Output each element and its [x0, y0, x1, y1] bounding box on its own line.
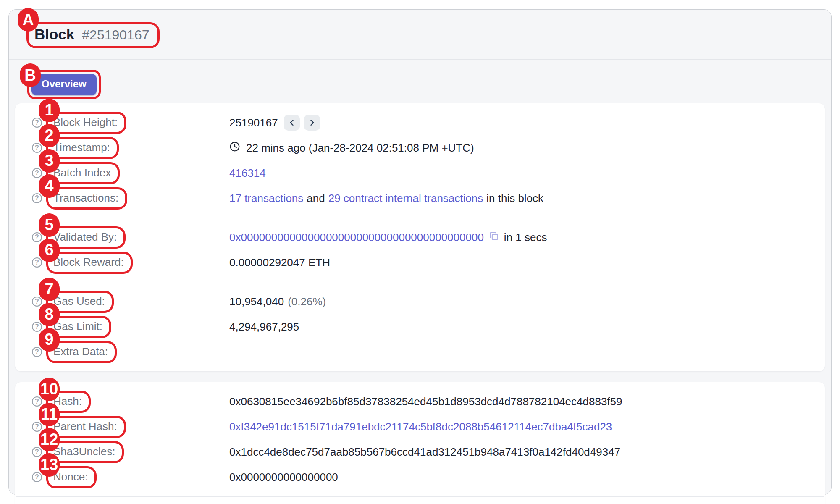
row-label: Block Height: — [53, 116, 118, 129]
help-icon[interactable]: ? — [32, 322, 42, 332]
row-label: Batch Index — [53, 166, 111, 179]
annotation-badge-3: 3 — [39, 149, 60, 173]
row-batch-index: ? 3 Batch Index 416314 — [15, 160, 825, 186]
row-label: Parent Hash: — [53, 420, 117, 433]
help-icon[interactable]: ? — [32, 118, 42, 128]
help-icon[interactable]: ? — [32, 232, 42, 242]
block-height-value: 25190167 — [229, 116, 278, 129]
transactions-link[interactable]: 17 transactions — [229, 192, 303, 205]
row-label: Transactions: — [53, 192, 118, 205]
row-nonce: ? 13 Nonce: 0x0000000000000000 — [15, 465, 825, 490]
tab-overview[interactable]: Overview — [32, 74, 97, 95]
help-icon[interactable]: ? — [32, 193, 42, 203]
row-extra-data: ? 9 Extra Data: — [15, 339, 825, 365]
group-validator: ? 5 Validated By: 0x00000000000000000000… — [15, 218, 825, 282]
annotation-badge-8: 8 — [39, 303, 60, 326]
annotation-badge-4: 4 — [39, 174, 60, 198]
block-hashes-card: ? 10 Hash: 0x0630815ee34692b6bf85d378382… — [15, 382, 825, 504]
row-label: Nonce: — [53, 470, 88, 483]
row-label: Validated By: — [53, 231, 117, 244]
group-overview: ? 1 Block Height: 25190167 — [15, 103, 825, 218]
help-icon[interactable]: ? — [32, 143, 42, 153]
sha3uncles-value: 0x1dcc4de8dec75d7aab85b567b6ccd41ad31245… — [229, 446, 620, 459]
next-block-button[interactable] — [304, 115, 320, 131]
annotation-rect-6: 6 Block Reward: — [46, 252, 133, 274]
annotation-badge-10: 10 — [39, 378, 60, 401]
parent-hash-link[interactable]: 0xf342e91dc1515f71da791ebdc21174c5bf8dc2… — [229, 420, 612, 433]
gas-used-percent: (0.26%) — [288, 295, 326, 308]
block-summary-card: ? 1 Block Height: 25190167 — [15, 103, 825, 371]
annotation-badge-a: A — [18, 8, 39, 32]
help-icon[interactable]: ? — [32, 297, 42, 307]
group-hashes: ? 10 Hash: 0x0630815ee34692b6bf85d378382… — [15, 382, 825, 496]
row-validated-by: ? 5 Validated By: 0x00000000000000000000… — [15, 225, 825, 250]
annotation-badge-13: 13 — [39, 453, 60, 477]
row-timestamp: ? 2 Timestamp: 22 mins ago (Jan-28-2024 … — [15, 135, 825, 160]
chevron-right-icon — [308, 118, 316, 127]
panel-header: A Block #25190167 — [9, 10, 831, 60]
timestamp-value: 22 mins ago (Jan-28-2024 02:51:08 PM +UT… — [246, 142, 474, 155]
annotation-badge-5: 5 — [39, 213, 60, 237]
help-icon[interactable]: ? — [32, 168, 42, 178]
help-icon[interactable]: ? — [32, 257, 42, 268]
row-label: Block Reward: — [53, 256, 124, 269]
row-label: Timestamp: — [53, 141, 110, 154]
title-wrap: Block #25190167 — [34, 26, 149, 43]
group-more-details: More Details: — Click to show less — [15, 497, 825, 504]
annotation-rect-13: 13 Nonce: — [46, 466, 97, 488]
row-gas-limit: ? 8 Gas Limit: 4,294,967,295 — [15, 314, 825, 339]
tab-bar: B Overview — [9, 60, 831, 103]
gas-used-value: 10,954,040 — [229, 295, 284, 308]
annotation-badge-1: 1 — [39, 99, 60, 122]
row-block-height: ? 1 Block Height: 25190167 — [15, 110, 825, 135]
block-reward-value: 0.00000292047 ETH — [229, 256, 330, 269]
help-icon[interactable]: ? — [32, 347, 42, 357]
row-gas-used: ? 7 Gas Used: 10,954,040 (0.26%) — [15, 289, 825, 314]
row-label: Sha3Uncles: — [53, 445, 115, 458]
row-sha3uncles: ? 12 Sha3Uncles: 0x1dcc4de8dec75d7aab85b… — [15, 439, 825, 465]
copy-icon[interactable] — [488, 230, 500, 245]
prev-block-button[interactable] — [284, 115, 300, 131]
transactions-suffix: in this block — [486, 192, 543, 205]
row-hash: ? 10 Hash: 0x0630815ee34692b6bf85d378382… — [15, 389, 825, 414]
row-block-reward: ? 6 Block Reward: 0.00000292047 ETH — [15, 250, 825, 275]
group-gas: ? 7 Gas Used: 10,954,040 (0.26%) ? 8 G — [15, 282, 825, 371]
annotation-rect-a: A Block #25190167 — [26, 22, 160, 48]
batch-index-link[interactable]: 416314 — [229, 167, 266, 180]
annotation-badge-7: 7 — [39, 278, 60, 301]
annotation-badge-9: 9 — [39, 328, 60, 352]
validated-in-time: in 1 secs — [504, 231, 547, 244]
row-parent-hash: ? 11 Parent Hash: 0xf342e91dc1515f71da79… — [15, 414, 825, 439]
annotation-rect-b: B Overview — [27, 70, 101, 99]
clock-icon — [229, 141, 240, 155]
row-transactions: ? 4 Transactions: 17 transactions and 29… — [15, 186, 825, 211]
nonce-value: 0x0000000000000000 — [229, 471, 338, 484]
annotation-badge-6: 6 — [39, 239, 60, 262]
validator-address-link[interactable]: 0x00000000000000000000000000000000000000… — [229, 231, 484, 244]
block-number: #25190167 — [82, 27, 149, 43]
annotation-badge-b: B — [20, 63, 41, 87]
row-label: Gas Used: — [53, 295, 105, 308]
row-label: Gas Limit: — [53, 320, 102, 333]
row-label: Extra Data: — [53, 345, 108, 358]
annotation-rect-4: 4 Transactions: — [46, 187, 127, 210]
annotation-badge-11: 11 — [39, 403, 60, 426]
annotation-rect-9: 9 Extra Data: — [46, 341, 117, 363]
transactions-and: and — [307, 192, 325, 205]
gas-limit-value: 4,294,967,295 — [229, 320, 299, 333]
chevron-left-icon — [288, 118, 296, 127]
annotation-badge-12: 12 — [39, 428, 60, 452]
block-details-panel: A Block #25190167 B Overview ? 1 Block H… — [8, 9, 832, 495]
internal-transactions-link[interactable]: 29 contract internal transactions — [328, 192, 483, 205]
block-hash-value: 0x0630815ee34692b6bf85d37838254ed45b1d89… — [229, 395, 622, 408]
page-title: Block — [34, 26, 74, 43]
annotation-badge-2: 2 — [39, 124, 60, 147]
